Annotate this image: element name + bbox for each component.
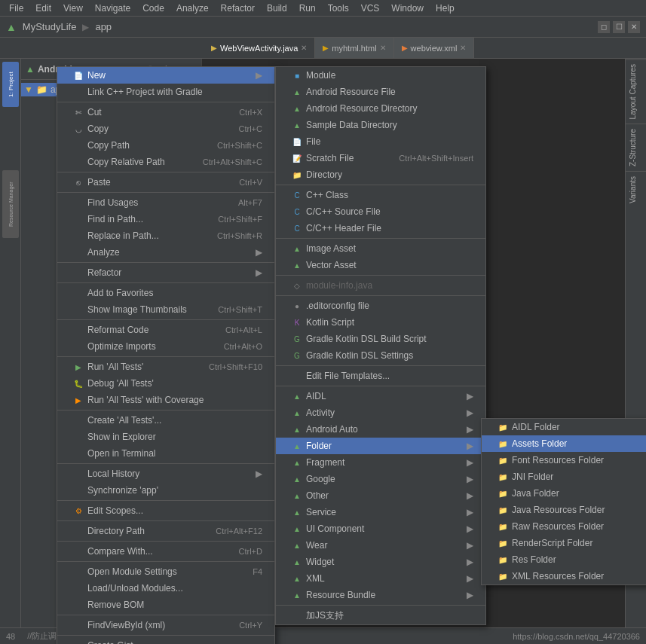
new-android-res-file[interactable]: ▲ Android Resource File — [276, 84, 485, 100]
folder-aidl[interactable]: 📁 AIDL Folder — [482, 419, 646, 435]
new-editorconfig[interactable]: ● .editorconfig file — [276, 298, 485, 314]
new-other[interactable]: ▲ Other ▶ — [276, 487, 485, 504]
folder-java[interactable]: 📁 Java Folder — [482, 485, 646, 502]
new-vector-asset[interactable]: ▲ Vector Asset — [276, 257, 485, 273]
folder-res[interactable]: 📁 Res Folder — [482, 551, 646, 568]
menu-item-local-history[interactable]: Local History ▶ — [57, 465, 274, 482]
new-aidl[interactable]: ▲ AIDL ▶ — [276, 388, 485, 404]
new-gradle-kotlin-build[interactable]: G Gradle Kotlin DSL Build Script — [276, 331, 485, 347]
menubar-item-navigate[interactable]: Navigate — [89, 2, 136, 15]
menu-item-replace-path[interactable]: Replace in Path... Ctrl+Shift+R — [57, 227, 274, 244]
menu-item-create-tests[interactable]: Create 'All Tests'... — [57, 412, 274, 429]
tab-close-3[interactable]: ✕ — [460, 44, 466, 52]
folder-xml-resources[interactable]: 📁 XML Resources Folder — [482, 568, 646, 584]
menubar-item-help[interactable]: Help — [430, 2, 461, 15]
menubar-item-refactor[interactable]: Refactor — [215, 2, 261, 15]
tab-webview[interactable]: ▶ webview.xml ✕ — [394, 38, 475, 58]
menubar-item-tools[interactable]: Tools — [322, 2, 355, 15]
new-image-asset[interactable]: ▲ Image Asset — [276, 240, 485, 257]
new-cpp-header[interactable]: C C/C++ Header File — [276, 220, 485, 237]
tab-webviewactivity[interactable]: ▶ WebViewActivity.java ✕ — [204, 38, 315, 58]
tab-close-2[interactable]: ✕ — [380, 44, 386, 52]
right-label-variants[interactable]: Variants — [626, 171, 646, 208]
menu-item-copy[interactable]: ◡ Copy Ctrl+C — [57, 121, 274, 137]
sidebar-project-icon[interactable]: 1: Project — [2, 62, 19, 107]
menu-item-create-gist[interactable]: ● Create Gist... — [57, 637, 274, 644]
folder-raw-resources[interactable]: 📁 Raw Resources Folder — [482, 518, 646, 535]
menu-item-new[interactable]: 📄 New ▶ — [57, 67, 274, 84]
menubar-item-build[interactable]: Build — [261, 2, 293, 15]
menu-item-show-explorer[interactable]: Show in Explorer — [57, 429, 274, 445]
new-xml[interactable]: ▲ XML ▶ — [276, 570, 485, 587]
new-cpp-class[interactable]: C C++ Class — [276, 187, 485, 203]
menubar-item-vcs[interactable]: VCS — [355, 2, 386, 15]
menu-item-remove-bom[interactable]: Remove BOM — [57, 597, 274, 613]
new-activity[interactable]: ▲ Activity ▶ — [276, 404, 485, 421]
new-gradle-kotlin-settings[interactable]: G Gradle Kotlin DSL Settings — [276, 347, 485, 364]
new-kotlin-script[interactable]: K Kotlin Script — [276, 314, 485, 331]
new-cpp-source[interactable]: C C/C++ Source File — [276, 203, 485, 220]
folder-font-resources[interactable]: 📁 Font Resources Folder — [482, 452, 646, 469]
new-android-auto[interactable]: ▲ Android Auto ▶ — [276, 421, 485, 438]
new-fragment[interactable]: ▲ Fragment ▶ — [276, 454, 485, 471]
new-directory[interactable]: 📁 Directory — [276, 166, 485, 183]
menu-item-optimize[interactable]: Optimize Imports Ctrl+Alt+O — [57, 338, 274, 355]
new-service[interactable]: ▲ Service ▶ — [276, 504, 485, 520]
menu-item-open-terminal[interactable]: Open in Terminal — [57, 445, 274, 462]
menu-item-cut[interactable]: ✄ Cut Ctrl+X — [57, 104, 274, 121]
menu-item-compare[interactable]: Compare With... Ctrl+D — [57, 543, 274, 560]
menubar-item-view[interactable]: View — [57, 2, 89, 15]
folder-assets[interactable]: 📁 Assets Folder — [482, 435, 646, 452]
menu-item-coverage[interactable]: ▶ Run 'All Tests' with Coverage — [57, 392, 274, 408]
right-label-layout[interactable]: Layout Captures — [626, 59, 646, 124]
menu-item-sync[interactable]: Synchronize 'app' — [57, 482, 274, 499]
menu-item-refactor[interactable]: Refactor ▶ — [57, 264, 274, 281]
restore-btn[interactable]: ☐ — [613, 21, 625, 33]
menu-item-copy-rel-path[interactable]: Copy Relative Path Ctrl+Alt+Shift+C — [57, 154, 274, 170]
new-module[interactable]: ■ Module — [276, 67, 485, 84]
menu-item-reformat[interactable]: Reformat Code Ctrl+Alt+L — [57, 322, 274, 338]
menu-item-findviewbyid[interactable]: FindViewById (xml) Ctrl+Y — [57, 617, 274, 633]
menu-item-edit-scopes[interactable]: ⚙ Edit Scopes... — [57, 502, 274, 519]
new-scratch[interactable]: 📝 Scratch File Ctrl+Alt+Shift+Insert — [276, 150, 485, 166]
new-ui-component[interactable]: ▲ UI Component ▶ — [276, 520, 485, 537]
close-btn[interactable]: ✕ — [628, 21, 640, 33]
menu-item-find-path[interactable]: Find in Path... Ctrl+Shift+F — [57, 211, 274, 227]
menu-item-add-fav[interactable]: Add to Favorites — [57, 285, 274, 301]
menubar-item-analyze[interactable]: Analyze — [170, 2, 215, 15]
new-wear[interactable]: ▲ Wear ▶ — [276, 537, 485, 554]
tab-myhtml[interactable]: ▶ myhtml.html ✕ — [315, 38, 393, 58]
menubar-item-run[interactable]: Run — [293, 2, 322, 15]
menubar-item-edit[interactable]: Edit — [29, 2, 57, 15]
folder-jni[interactable]: 📁 JNI Folder — [482, 469, 646, 485]
menu-item-find-usages[interactable]: Find Usages Alt+F7 — [57, 194, 274, 211]
menu-item-analyze[interactable]: Analyze ▶ — [57, 244, 274, 261]
menu-item-run-tests[interactable]: ▶ Run 'All Tests' Ctrl+Shift+F10 — [57, 359, 274, 375]
sidebar-resource-icon[interactable]: Resource Manager — [2, 170, 19, 238]
tab-close-1[interactable]: ✕ — [301, 44, 307, 52]
menubar-item-window[interactable]: Window — [385, 2, 430, 15]
menu-item-module-settings[interactable]: Open Module Settings F4 — [57, 563, 274, 580]
right-label-structure[interactable]: Z-Structure — [626, 124, 646, 171]
new-android-res-dir[interactable]: ▲ Android Resource Directory — [276, 100, 485, 117]
new-resource-bundle[interactable]: ▲ Resource Bundle ▶ — [276, 587, 485, 603]
menu-item-paste[interactable]: ⎋ Paste Ctrl+V — [57, 174, 274, 191]
folder-renderscript[interactable]: 📁 RenderScript Folder — [482, 535, 646, 551]
new-add-js[interactable]: 加JS支持 — [276, 607, 485, 624]
menubar-item-code[interactable]: Code — [136, 2, 170, 15]
new-file[interactable]: 📄 File — [276, 133, 485, 150]
new-widget[interactable]: ▲ Widget ▶ — [276, 554, 485, 570]
new-folder[interactable]: ▲ Folder ▶ — [276, 438, 485, 454]
new-edit-templates[interactable]: Edit File Templates... — [276, 368, 485, 384]
menu-item-load-modules[interactable]: Load/Unload Modules... — [57, 580, 274, 597]
menu-item-debug-tests[interactable]: 🐛 Debug 'All Tests' — [57, 375, 274, 392]
menubar-item-file[interactable]: File — [3, 2, 29, 15]
menu-item-dir-path[interactable]: Directory Path Ctrl+Alt+F12 — [57, 523, 274, 539]
folder-java-resources[interactable]: 📁 Java Resources Folder — [482, 502, 646, 518]
new-sample-data[interactable]: ▲ Sample Data Directory — [276, 117, 485, 133]
menu-item-copy-path[interactable]: Copy Path Ctrl+Shift+C — [57, 137, 274, 154]
menu-item-link-cpp[interactable]: Link C++ Project with Gradle — [57, 84, 274, 100]
new-google[interactable]: ▲ Google ▶ — [276, 471, 485, 487]
minimize-btn[interactable]: ◻ — [598, 21, 610, 33]
menu-item-show-thumbnails[interactable]: Show Image Thumbnails Ctrl+Shift+T — [57, 301, 274, 318]
